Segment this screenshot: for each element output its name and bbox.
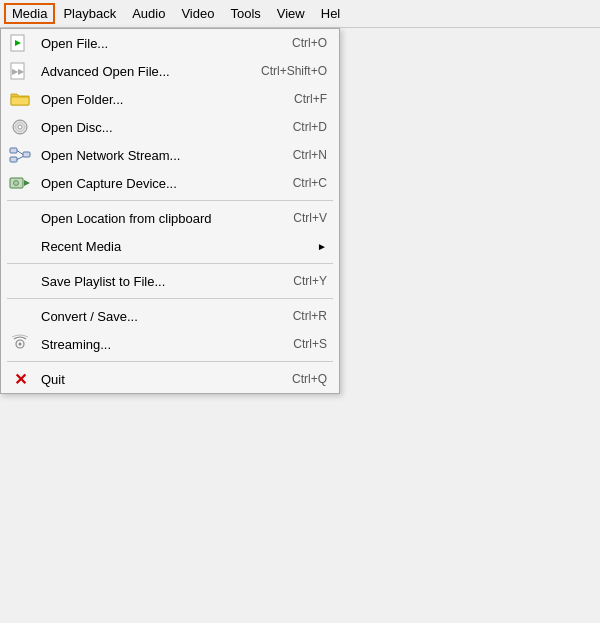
save-playlist-label: Save Playlist to File... (41, 274, 263, 289)
no-icon-4 (7, 305, 33, 327)
open-location-clipboard-label: Open Location from clipboard (41, 211, 263, 226)
quit-shortcut: Ctrl+Q (292, 372, 327, 386)
quit-item[interactable]: ✕ Quit Ctrl+Q (1, 365, 339, 393)
open-network-stream-shortcut: Ctrl+N (293, 148, 327, 162)
advanced-open-file-icon: ▶▶ (7, 60, 33, 82)
streaming-item[interactable]: Streaming... Ctrl+S (1, 330, 339, 358)
svg-line-11 (17, 151, 23, 155)
svg-text:▶▶: ▶▶ (12, 67, 25, 76)
network-icon (7, 144, 33, 166)
save-playlist-shortcut: Ctrl+Y (293, 274, 327, 288)
media-dropdown: Open File... Ctrl+O ▶▶ Advanced Open Fil… (0, 28, 340, 394)
open-file-label: Open File... (41, 36, 262, 51)
open-location-clipboard-shortcut: Ctrl+V (293, 211, 327, 225)
convert-save-item[interactable]: Convert / Save... Ctrl+R (1, 302, 339, 330)
folder-icon (7, 88, 33, 110)
svg-marker-14 (24, 180, 30, 186)
advanced-open-file-label: Advanced Open File... (41, 64, 231, 79)
save-playlist-item[interactable]: Save Playlist to File... Ctrl+Y (1, 267, 339, 295)
menu-item-media[interactable]: Media (4, 3, 55, 24)
quit-icon: ✕ (7, 368, 33, 390)
no-icon-1 (7, 207, 33, 229)
open-disc-label: Open Disc... (41, 120, 263, 135)
no-icon-2 (7, 235, 33, 257)
help-label: Hel (321, 6, 341, 21)
video-label: Video (181, 6, 214, 21)
separator-4 (7, 361, 333, 362)
open-capture-device-shortcut: Ctrl+C (293, 176, 327, 190)
submenu-arrow-icon: ► (317, 241, 327, 252)
svg-line-12 (17, 157, 23, 160)
convert-save-label: Convert / Save... (41, 309, 263, 324)
recent-media-label: Recent Media (41, 239, 309, 254)
media-label: Media (12, 6, 47, 21)
open-file-item[interactable]: Open File... Ctrl+O (1, 29, 339, 57)
open-folder-shortcut: Ctrl+F (294, 92, 327, 106)
open-disc-item[interactable]: Open Disc... Ctrl+D (1, 113, 339, 141)
no-icon-3 (7, 270, 33, 292)
menu-item-tools[interactable]: Tools (222, 3, 268, 24)
open-capture-device-label: Open Capture Device... (41, 176, 263, 191)
capture-icon (7, 172, 33, 194)
menu-item-help[interactable]: Hel (313, 3, 349, 24)
recent-media-item[interactable]: Recent Media ► (1, 232, 339, 260)
svg-point-15 (14, 181, 19, 186)
advanced-open-file-shortcut: Ctrl+Shift+O (261, 64, 327, 78)
open-folder-item[interactable]: Open Folder... Ctrl+F (1, 85, 339, 113)
playback-label: Playback (63, 6, 116, 21)
streaming-shortcut: Ctrl+S (293, 337, 327, 351)
open-location-clipboard-item[interactable]: Open Location from clipboard Ctrl+V (1, 204, 339, 232)
convert-save-shortcut: Ctrl+R (293, 309, 327, 323)
disc-icon (7, 116, 33, 138)
streaming-label: Streaming... (41, 337, 263, 352)
svg-rect-10 (23, 152, 30, 157)
svg-point-17 (19, 343, 22, 346)
open-network-stream-label: Open Network Stream... (41, 148, 263, 163)
separator-2 (7, 263, 333, 264)
quit-label: Quit (41, 372, 262, 387)
audio-label: Audio (132, 6, 165, 21)
open-folder-label: Open Folder... (41, 92, 264, 107)
tools-label: Tools (230, 6, 260, 21)
menu-item-video[interactable]: Video (173, 3, 222, 24)
view-label: View (277, 6, 305, 21)
separator-1 (7, 200, 333, 201)
streaming-icon (7, 333, 33, 355)
open-network-stream-item[interactable]: Open Network Stream... Ctrl+N (1, 141, 339, 169)
svg-rect-4 (11, 97, 29, 105)
separator-3 (7, 298, 333, 299)
advanced-open-file-item[interactable]: ▶▶ Advanced Open File... Ctrl+Shift+O (1, 57, 339, 85)
menu-item-playback[interactable]: Playback (55, 3, 124, 24)
svg-rect-8 (10, 148, 17, 153)
open-file-icon (7, 32, 33, 54)
open-disc-shortcut: Ctrl+D (293, 120, 327, 134)
menu-bar: Media Playback Audio Video Tools View He… (0, 0, 600, 28)
open-file-shortcut: Ctrl+O (292, 36, 327, 50)
svg-point-6 (18, 125, 22, 129)
svg-rect-9 (10, 157, 17, 162)
open-capture-device-item[interactable]: Open Capture Device... Ctrl+C (1, 169, 339, 197)
menu-item-view[interactable]: View (269, 3, 313, 24)
menu-item-audio[interactable]: Audio (124, 3, 173, 24)
